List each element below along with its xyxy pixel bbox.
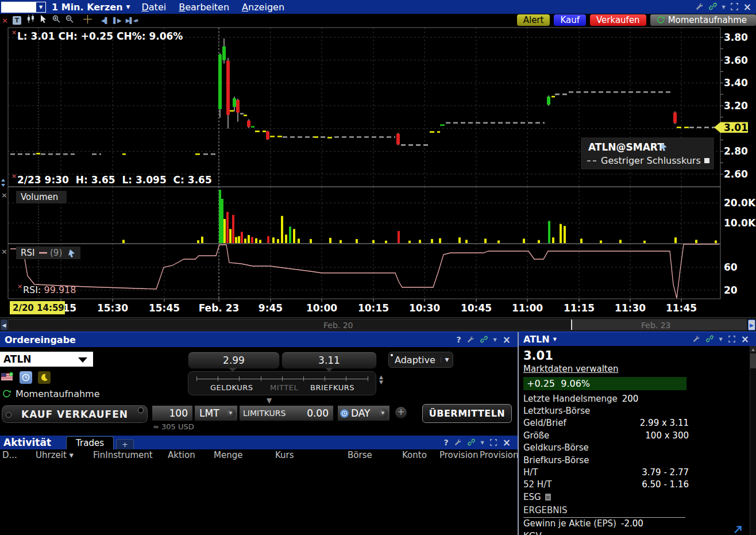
quote-symbol-dropdown[interactable]: ATLN ▼ [519,334,557,345]
column-header-brse[interactable]: Börse [348,450,402,460]
popout-arrow-icon[interactable] [732,524,743,535]
quote-content: 3.01 Marktdaten verwalten +0.25 9.06% Le… [519,346,756,535]
close-volume-icon[interactable]: × [1,191,7,199]
column-header-kurs[interactable]: Kurs [275,450,348,460]
ask-price-button[interactable]: 3.11 [281,352,377,369]
quote-scrollbar[interactable]: ▲ [750,346,756,535]
quote-panel: ATLN ▼ ▼ × 3.01 Marktdaten verwalten +0.… [518,332,756,535]
column-header-d[interactable]: D... [2,450,36,460]
column-header-provision[interactable]: Provision [439,450,480,460]
link-icon[interactable] [706,334,713,345]
chevron-down-icon[interactable]: ▼ [493,337,497,342]
chevron-down-icon[interactable]: ▼ [481,440,484,445]
column-header-konto[interactable]: Konto [402,450,439,460]
after-hours-moon-icon[interactable] [38,371,51,384]
scroll-right-button[interactable]: ▶ [748,320,755,330]
symbol-filter-combo[interactable]: ▼ [1,2,46,13]
manage-market-data-link[interactable]: Marktdaten verwalten [523,363,756,375]
link-icon[interactable] [468,437,475,448]
pan-right-icon[interactable]: ▌▶ [113,17,121,24]
quantity-field[interactable]: 100 [152,406,192,421]
row-label: Geld/Brief [523,418,566,428]
slider-label-bid[interactable]: GELDKURS [210,383,253,392]
quote-row: Briefkurs-Börse [523,454,691,466]
period-dropdown[interactable]: 1 Min. Kerzen ▼ [52,2,130,13]
radio-left[interactable] [6,412,11,418]
help-icon[interactable]: ? [456,335,461,344]
scroll-track[interactable]: Feb. 20 Feb. 23 [8,319,747,330]
scroll-up-icon[interactable]: ▲ [750,346,756,352]
scrollbar-thumb[interactable] [750,353,756,368]
candlestick-tool-icon[interactable] [26,14,36,26]
radio-right[interactable] [138,407,144,413]
snapshot-button[interactable]: Momentaufnahme [650,14,756,26]
menu-anzeigen[interactable]: Anzeigen [242,2,284,13]
price-spinner[interactable]: ▲▼ [379,375,383,385]
order-type-dropdown[interactable]: LMT ▼ [195,406,237,421]
zoom-in-icon[interactable] [52,15,61,26]
crosshair-tool-icon[interactable] [83,15,92,26]
link-icon[interactable] [709,2,717,13]
snapshot-row[interactable]: Momentaufnahme [2,388,100,399]
wrench-icon[interactable] [454,437,462,448]
limit-price-field[interactable]: LIMITKURS 0.00 [240,406,333,421]
pan-left-icon[interactable]: ◀▌ [101,17,109,24]
close-icon[interactable]: × [503,438,511,447]
scroll-thumb[interactable]: Feb. 23 [572,320,746,330]
maximize-icon[interactable] [731,2,738,13]
menu-datei[interactable]: Datei [141,2,166,13]
column-header-aktion[interactable]: Aktion [168,450,214,460]
slider-label-mid[interactable]: MITTEL [270,383,298,392]
close-icon[interactable]: × [503,336,511,344]
link-icon[interactable] [480,334,488,345]
help-icon[interactable]: ? [443,438,448,447]
column-header-menge[interactable]: Menge [214,450,275,460]
close-icon[interactable]: × [743,3,751,11]
chevron-down-icon[interactable]: ▼ [722,5,726,10]
strategy-dropdown[interactable]: Adaptive ▼ [388,352,453,368]
tab-trades[interactable]: Trades [66,436,114,449]
buy-button[interactable]: Kauf [554,14,586,26]
scroll-left-button[interactable]: ◀ [1,320,7,330]
document-icon[interactable] [545,493,551,501]
column-header-provision[interactable]: Provision [480,450,518,460]
submit-order-button[interactable]: ÜBERMITTELN [422,404,512,423]
close-icon[interactable]: × [741,335,749,343]
close-rsi-icon[interactable]: × [1,247,7,256]
cursor-tool-icon[interactable] [40,15,48,26]
menubar: ▼ 1 Min. Kerzen ▼ DateiBearbeitenAnzeige… [0,0,756,14]
order-symbol-combo[interactable]: ATLN [0,352,93,367]
wrench-icon[interactable] [467,334,475,345]
go-to-end-icon[interactable]: ▶▌◂▾ [126,17,138,24]
rsi-label: RSI [21,248,34,258]
alert-button[interactable]: Alert [517,14,550,26]
wrench-icon[interactable] [696,2,704,13]
activity-table-body[interactable] [0,461,518,535]
column-header-uhrzeit[interactable]: Uhrzeit ▾ [36,450,93,460]
price-slider[interactable]: GELDKURS MITTEL BRIEFKURS [188,371,376,395]
chevron-down-icon[interactable]: ▼ [719,337,723,342]
add-tab-button[interactable]: + [116,439,134,449]
menu-bearbeiten[interactable]: Bearbeiten [179,2,229,13]
add-order-attribute-button[interactable]: + [395,407,407,418]
trading-hours-icon[interactable] [20,371,32,384]
combo-arrow-icon[interactable]: ▼ [36,2,45,12]
buy-sell-label: KAUF VERKAUFEN [21,409,128,420]
slider-label-ask[interactable]: BRIEFKURS [310,383,354,392]
maximize-icon[interactable] [728,334,735,345]
quote-row: KGV [523,530,691,535]
close-icon[interactable]: × [2,16,8,25]
buy-sell-toggle[interactable]: KAUF VERKAUFEN [1,405,148,424]
maximize-icon[interactable] [490,437,497,448]
tif-dropdown[interactable]: DAY ▼ [338,406,389,421]
price-chart-canvas[interactable]: 3.803.603.403.202.802.6020.0K10.0K60203.… [0,26,756,317]
column-header-fininstrument[interactable]: FinInstrument [93,450,168,460]
menubar-menus: DateiBearbeitenAnzeigen [141,2,284,13]
sell-button[interactable]: Verkaufen [590,14,646,26]
text-tool-icon[interactable]: T [13,16,21,25]
alert-label: Alert [523,15,544,25]
bid-price-button[interactable]: 2.99 [188,352,280,369]
wrench-icon[interactable] [693,334,700,345]
svg-text:60: 60 [724,261,738,273]
zoom-out-icon[interactable] [65,15,74,26]
